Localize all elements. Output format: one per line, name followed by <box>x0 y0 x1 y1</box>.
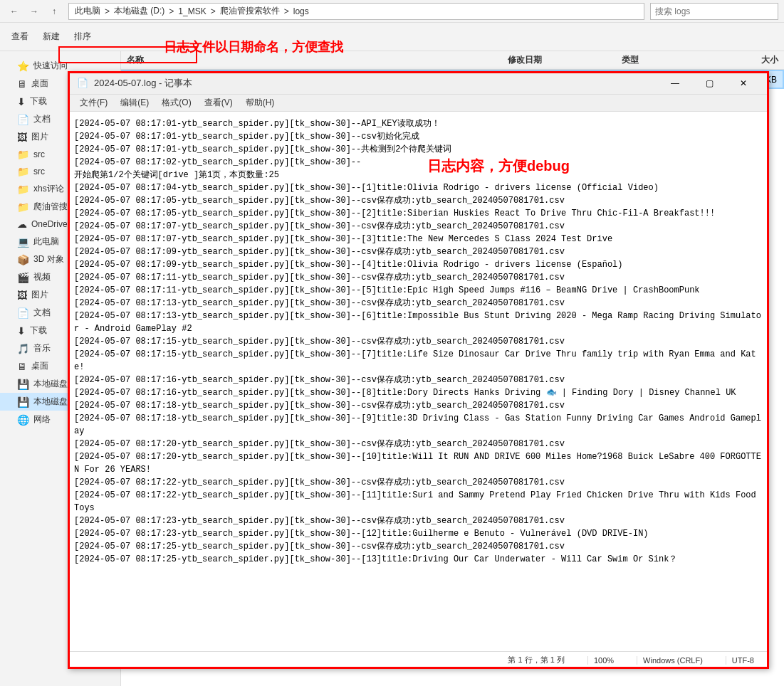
status-zoom: 100% <box>587 656 620 665</box>
log-line-15: [2024-05-07 08:17:13-ytb_search_spider.p… <box>74 310 763 335</box>
status-line-ending: Windows (CRLF) <box>637 656 709 665</box>
status-position: 第 1 行，第 1 列 <box>502 655 570 665</box>
desktop-icon: 🖥 <box>17 78 27 90</box>
log-line-18: [2024-05-07 08:17:16-ytb_search_spider.p… <box>74 374 763 386</box>
notepad-title-text: 2024-05-07.log - 记事本 <box>94 77 192 90</box>
log-line-4: [2024-05-07 08:17:02-ytb_search_spider.p… <box>74 156 763 181</box>
address-bar[interactable]: 此电脑 > 本地磁盘 (D:) > 1_MSK > 爬油管搜索软件 > logs <box>68 3 644 20</box>
log-line-3: [2024-05-07 08:17:01-ytb_search_spider.p… <box>74 143 763 156</box>
path-logs: logs <box>293 6 309 16</box>
crawler-icon: 📁 <box>17 201 29 213</box>
documents-icon: 📄 <box>17 114 29 125</box>
col-header-size: 大小 <box>707 54 778 66</box>
log-line-13: [2024-05-07 08:17:11-ytb_search_spider.p… <box>74 284 763 297</box>
log-line-25: [2024-05-07 08:17:22-ytb_search_spider.p… <box>74 489 763 514</box>
log-line-12: [2024-05-07 08:17:11-ytb_search_spider.p… <box>74 271 763 284</box>
log-line-5: [2024-05-07 08:17:04-ytb_search_spider.p… <box>74 181 763 194</box>
minimize-button[interactable]: — <box>659 72 691 95</box>
search-input[interactable] <box>650 3 778 20</box>
log-line-10: [2024-05-07 08:17:09-ytb_search_spider.p… <box>74 246 763 258</box>
notepad-menubar: 文件(F) 编辑(E) 格式(O) 查看(V) 帮助(H) <box>68 95 768 112</box>
notepad-controls: — ▢ ✕ <box>659 72 760 95</box>
log-line-6: [2024-05-07 08:17:05-ytb_search_spider.p… <box>74 194 763 207</box>
log-line-8: [2024-05-07 08:17:07-ytb_search_spider.p… <box>74 220 763 233</box>
quickaccess-icon: ⭐ <box>17 60 29 72</box>
log-line-28: [2024-05-07 08:17:25-ytb_search_spider.p… <box>74 540 763 553</box>
log-line-9: [2024-05-07 08:17:07-ytb_search_spider.p… <box>74 233 763 246</box>
toolbar: 查看 新建 排序 <box>0 23 784 51</box>
log-line-19: [2024-05-07 08:17:16-ytb_search_spider.p… <box>74 386 763 399</box>
log-line-1: [2024-05-07 08:17:01-ytb_search_spider.p… <box>74 117 763 130</box>
documents2-icon: 📄 <box>17 307 29 319</box>
notepad-title: 📄 2024-05-07.log - 记事本 <box>77 77 192 90</box>
notepad-content[interactable]: [2024-05-07 08:17:01-ytb_search_spider.p… <box>68 112 768 651</box>
path-drive: 本地磁盘 (D:) <box>114 5 164 17</box>
pictures2-icon: 🖼 <box>17 290 27 301</box>
menu-view[interactable]: 查看(V) <box>199 95 239 110</box>
onedrive-icon: ☁ <box>17 218 27 230</box>
log-line-11: [2024-05-07 08:17:09-ytb_search_spider.p… <box>74 258 763 271</box>
desktop2-icon: 🖥 <box>17 361 27 372</box>
log-line-22: [2024-05-07 08:17:20-ytb_search_spider.p… <box>74 438 763 450</box>
log-line-16: [2024-05-07 08:17:15-ytb_search_spider.p… <box>74 335 763 348</box>
videos-icon: 🎬 <box>17 272 29 283</box>
maximize-button[interactable]: ▢ <box>693 72 726 95</box>
col-header-date: 修改日期 <box>508 54 622 66</box>
disk1-icon: 💾 <box>17 379 29 390</box>
log-line-27: [2024-05-07 08:17:23-ytb_search_spider.p… <box>74 527 763 540</box>
col-header-name: 名称 <box>127 54 508 66</box>
notepad-titlebar: 📄 2024-05-07.log - 记事本 — ▢ ✕ <box>68 72 768 95</box>
log-line-2: [2024-05-07 08:17:01-ytb_search_spider.p… <box>74 130 763 143</box>
music-icon: 🎵 <box>17 343 29 354</box>
thispc-icon: 💻 <box>17 236 29 248</box>
disk2-icon: 💾 <box>17 396 29 408</box>
title-bar: ← → ↑ 此电脑 > 本地磁盘 (D:) > 1_MSK > 爬油管搜索软件 … <box>0 0 784 23</box>
log-line-26: [2024-05-07 08:17:23-ytb_search_spider.p… <box>74 514 763 527</box>
network-icon: 🌐 <box>17 414 29 426</box>
3dobjects-icon: 📦 <box>17 254 29 265</box>
status-encoding: UTF-8 <box>726 656 760 665</box>
path-msk: 1_MSK <box>178 6 206 16</box>
log-line-17: [2024-05-07 08:17:15-ytb_search_spider.p… <box>74 348 763 374</box>
close-button[interactable]: ✕ <box>727 72 760 95</box>
menu-file[interactable]: 文件(F) <box>74 95 113 110</box>
log-line-7: [2024-05-07 08:17:05-ytb_search_spider.p… <box>74 207 763 220</box>
log-line-20: [2024-05-07 08:17:18-ytb_search_spider.p… <box>74 399 763 412</box>
sort-button[interactable]: 排序 <box>68 28 97 46</box>
folder-icon1: 📁 <box>17 149 29 160</box>
notepad-file-icon: 📄 <box>77 78 88 88</box>
up-button[interactable]: ↑ <box>46 3 63 20</box>
log-line-21: [2024-05-07 08:17:18-ytb_search_spider.p… <box>74 412 763 438</box>
nav-buttons: ← → ↑ <box>6 3 63 20</box>
back-button[interactable]: ← <box>6 3 23 20</box>
log-line-29: [2024-05-07 08:17:25-ytb_search_spider.p… <box>74 553 763 566</box>
notepad-window: 📄 2024-05-07.log - 记事本 — ▢ ✕ 文件(F) 编辑(E)… <box>68 71 769 669</box>
new-button[interactable]: 新建 <box>37 28 66 46</box>
log-line-14: [2024-05-07 08:17:13-ytb_search_spider.p… <box>74 297 763 310</box>
menu-format[interactable]: 格式(O) <box>156 95 197 110</box>
menu-help[interactable]: 帮助(H) <box>240 95 281 110</box>
notepad-statusbar: 第 1 行，第 1 列 100% Windows (CRLF) UTF-8 <box>68 651 768 668</box>
folder-icon2: 📁 <box>17 166 29 177</box>
log-line-23: [2024-05-07 08:17:20-ytb_search_spider.p… <box>74 450 763 476</box>
forward-button[interactable]: → <box>26 3 43 20</box>
menu-edit[interactable]: 编辑(E) <box>115 95 155 110</box>
path-software: 爬油管搜索软件 <box>220 5 280 17</box>
downloads-icon: ⬇ <box>17 96 26 107</box>
view-button[interactable]: 查看 <box>6 28 34 46</box>
path-computer: 此电脑 <box>75 5 100 17</box>
file-list-header: 名称 修改日期 类型 大小 <box>121 51 784 70</box>
pictures-icon: 🖼 <box>17 132 27 143</box>
col-header-type: 类型 <box>622 54 707 66</box>
log-line-24: [2024-05-07 08:17:22-ytb_search_spider.p… <box>74 476 763 489</box>
downloads2-icon: ⬇ <box>17 325 26 337</box>
xhs-icon: 📁 <box>17 184 29 195</box>
